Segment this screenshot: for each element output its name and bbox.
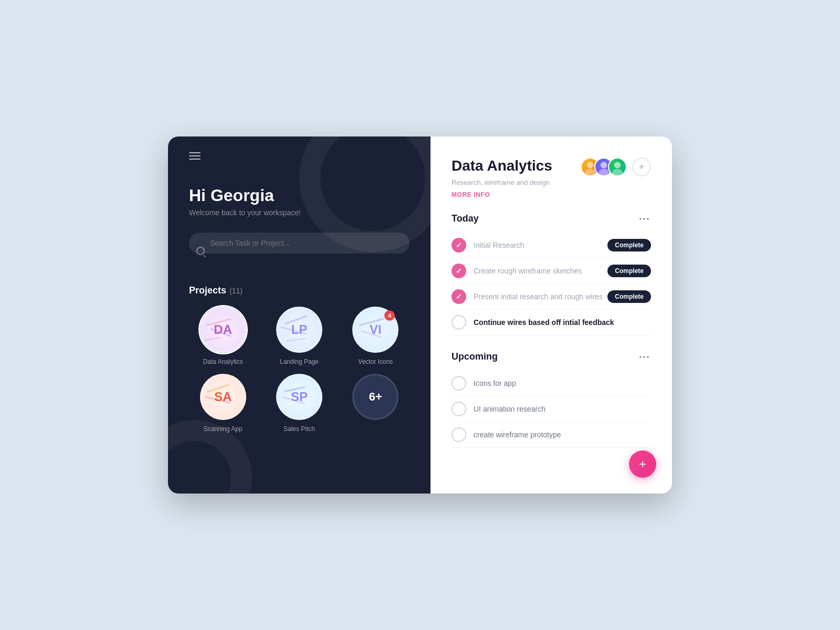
project-label-sp: Sales Pitch [284,425,315,433]
task-item-2: Create rough wireframe sketches Complete [452,258,651,284]
project-initials-da: DA [214,322,232,337]
projects-header: Projects (11) [189,285,410,296]
task-item-7: create wireframe prototype [452,422,651,448]
project-item-vi[interactable]: VI 4 Vector Icons [342,307,410,365]
today-more-button[interactable] [637,216,651,222]
project-avatar-lp: LP [276,307,322,353]
today-task-list: Initial Research Complete Create rough w… [452,233,651,335]
vi-badge: 4 [384,310,395,321]
task-text-1: Initial Research [474,241,524,249]
task-text-7: create wireframe prototype [474,430,561,439]
svg-point-5 [612,169,623,175]
greeting-section: Hi Georgia Welcome back to your workspac… [189,186,410,217]
avatar-3 [608,158,627,176]
project-label-sa: Scanning App [204,425,243,433]
task-left-6: UI animation research [452,402,545,416]
task-text-6: UI animation research [474,405,545,413]
project-title: Data Analytics [452,158,552,174]
upcoming-more-button[interactable] [637,354,651,360]
task-text-5: Icons for app [474,379,516,387]
task-check-7[interactable] [452,427,466,442]
project-avatar-sp: SP [276,374,322,420]
project-initials-vi: VI [370,322,382,337]
project-label-lp: Landing Page [280,358,319,365]
fab-add-button[interactable]: + [629,450,656,478]
projects-title: Projects [189,285,226,296]
app-container: Hi Georgia Welcome back to your workspac… [168,136,672,494]
project-label-vi: Vector Icons [358,358,393,365]
task-left-4: Continue wires based off intial feedback [452,315,614,330]
project-initials-sp: SP [291,390,308,404]
task-left-2: Create rough wireframe sketches [452,264,582,278]
greeting-sub: Welcome back to your workspace! [189,208,410,217]
task-check-6[interactable] [452,402,466,416]
status-badge-2: Complete [607,265,651,277]
projects-count: (11) [229,287,243,295]
more-info-link[interactable]: MORE INFO [452,191,490,198]
project-avatar-more: 6+ [352,374,398,420]
svg-point-4 [614,162,621,168]
greeting-name: Hi Georgia [189,186,410,205]
search-wrapper [189,233,410,269]
task-left-3: Present initial research and rough wires [452,289,603,304]
projects-grid: DA Data Analytics LP Landing Page [189,307,410,433]
task-item-1: Initial Research Complete [452,233,651,258]
add-member-button[interactable]: + [632,158,651,176]
menu-button[interactable] [189,152,410,160]
today-title: Today [452,213,479,224]
project-item-da[interactable]: DA Data Analytics [189,307,257,365]
task-item-4: Continue wires based off intial feedback [452,310,651,335]
today-section-header: Today [452,213,651,224]
project-item-sa[interactable]: SA Scanning App [189,374,257,433]
task-text-4: Continue wires based off intial feedback [474,318,614,327]
project-item-lp[interactable]: LP Landing Page [265,307,333,365]
project-avatar-vi: VI 4 [352,307,398,353]
task-text-3: Present initial research and rough wires [474,292,603,301]
project-item-more[interactable]: 6+ [342,374,410,433]
left-panel: Hi Georgia Welcome back to your workspac… [168,136,430,494]
svg-point-2 [601,162,607,168]
task-check-4[interactable] [452,315,466,330]
project-item-sp[interactable]: SP Sales Pitch [265,374,333,433]
right-panel: Data Analytics + Research, wireframe a [430,136,672,494]
task-left-1: Initial Research [452,238,524,253]
project-label-da: Data Analytics [203,358,243,365]
task-item-3: Present initial research and rough wires… [452,284,651,310]
task-item-5: Icons for app [452,371,651,396]
upcoming-section-header: Upcoming [452,351,651,362]
project-initials-sa: SA [214,390,232,404]
task-check-2[interactable] [452,264,466,278]
project-initials-more: 6+ [369,390,382,404]
task-left-5: Icons for app [452,376,516,391]
avatars-group [581,158,627,176]
task-text-2: Create rough wireframe sketches [474,267,582,275]
project-detail-header: Data Analytics + [452,158,651,176]
project-avatar-sa: SA [200,374,246,420]
project-initials-lp: LP [291,322,308,337]
status-badge-3: Complete [607,290,651,303]
task-left-7: create wireframe prototype [452,427,561,442]
svg-point-0 [587,162,593,168]
task-check-5[interactable] [452,376,466,391]
task-check-1[interactable] [452,238,466,253]
header-right: + [581,158,651,176]
upcoming-task-list: Icons for app UI animation research crea… [452,371,651,448]
svg-point-3 [598,169,609,175]
project-title-section: Data Analytics [452,158,552,174]
status-badge-1: Complete [607,239,651,251]
search-input[interactable] [189,233,410,254]
project-avatar-da: DA [200,307,246,353]
task-item-6: UI animation research [452,396,651,422]
task-check-3[interactable] [452,289,466,304]
project-desc: Research, wireframe and design [452,178,651,186]
upcoming-title: Upcoming [452,351,498,362]
svg-point-1 [585,169,595,175]
